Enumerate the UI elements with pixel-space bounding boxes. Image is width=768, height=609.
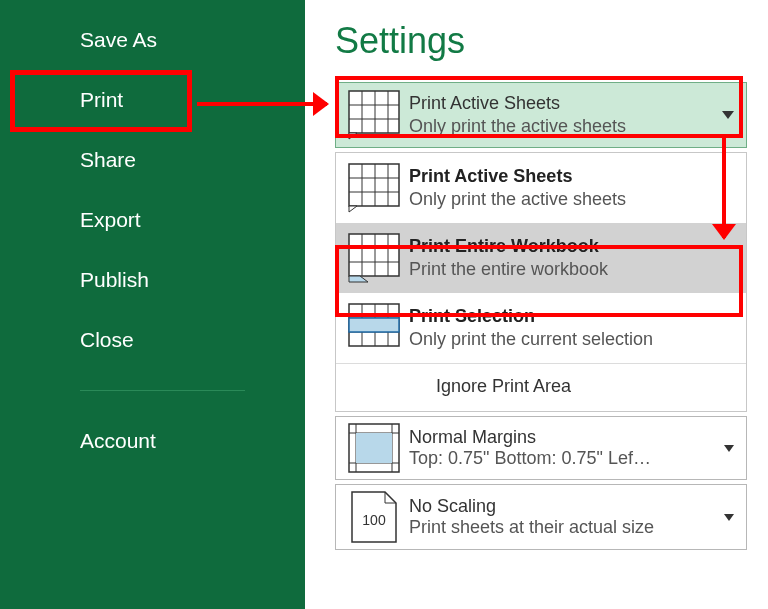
annotation-arrow	[197, 102, 327, 106]
option-desc: Only print the active sheets	[409, 189, 738, 210]
option-title: Ignore Print Area	[436, 376, 571, 397]
print-what-options: Print Active Sheets Only print the activ…	[335, 152, 747, 412]
sidebar-item-label: Print	[80, 88, 123, 111]
margins-desc: Top: 0.75" Bottom: 0.75" Lef…	[409, 448, 724, 469]
print-what-dropdown[interactable]: Print Active Sheets Only print the activ…	[335, 82, 747, 148]
sidebar-divider	[80, 390, 245, 391]
svg-rect-0	[349, 91, 399, 133]
sidebar-item-export[interactable]: Export	[0, 190, 305, 250]
settings-panel: Settings Print Active Sheets Only print …	[305, 0, 768, 609]
svg-marker-6	[349, 133, 357, 139]
sidebar-item-share[interactable]: Share	[0, 130, 305, 190]
margins-dropdown[interactable]: Normal Margins Top: 0.75" Bottom: 0.75" …	[335, 416, 747, 480]
option-active-sheets[interactable]: Print Active Sheets Only print the activ…	[336, 153, 746, 223]
selected-title: Print Active Sheets	[409, 93, 738, 114]
scaling-desc: Print sheets at their actual size	[409, 517, 724, 538]
option-desc: Print the entire workbook	[409, 259, 738, 280]
option-desc: Only print the current selection	[409, 329, 738, 350]
workbook-icon	[344, 233, 404, 283]
sidebar-item-account[interactable]: Account	[0, 411, 305, 471]
sheets-icon	[344, 163, 404, 213]
svg-text:100: 100	[362, 512, 386, 528]
sidebar-item-print[interactable]: Print	[0, 70, 305, 130]
backstage-sidebar: Save As Print Share Export Publish Close…	[0, 0, 305, 609]
selection-icon	[344, 303, 404, 353]
option-entire-workbook[interactable]: Print Entire Workbook Print the entire w…	[336, 223, 746, 293]
sidebar-item-label: Share	[80, 148, 136, 171]
option-title: Print Selection	[409, 306, 738, 327]
annotation-arrow	[722, 138, 726, 238]
selected-desc: Only print the active sheets	[409, 116, 738, 137]
sidebar-item-save-as[interactable]: Save As	[0, 10, 305, 70]
svg-rect-7	[349, 164, 399, 206]
svg-rect-14	[349, 234, 399, 276]
sheets-icon	[344, 90, 404, 140]
option-title: Print Entire Workbook	[409, 236, 738, 257]
sidebar-item-publish[interactable]: Publish	[0, 250, 305, 310]
settings-title: Settings	[335, 20, 768, 62]
svg-rect-27	[349, 318, 399, 332]
dropdown-caret-icon	[722, 111, 734, 119]
sidebar-item-label: Close	[80, 328, 134, 351]
scaling-dropdown[interactable]: 100 No Scaling Print sheets at their act…	[335, 484, 747, 550]
sidebar-item-label: Export	[80, 208, 141, 231]
svg-marker-20	[349, 276, 368, 282]
option-selection[interactable]: Print Selection Only print the current s…	[336, 293, 746, 363]
scaling-title: No Scaling	[409, 496, 724, 517]
dropdown-caret-icon	[724, 445, 734, 452]
dropdown-caret-icon	[724, 514, 734, 521]
scaling-icon: 100	[344, 491, 404, 543]
option-ignore-print-area[interactable]: Ignore Print Area	[336, 364, 746, 411]
option-title: Print Active Sheets	[409, 166, 738, 187]
margins-title: Normal Margins	[409, 427, 724, 448]
sidebar-item-label: Publish	[80, 268, 149, 291]
svg-rect-33	[356, 433, 392, 463]
margins-icon	[344, 423, 404, 473]
sidebar-item-label: Account	[80, 429, 156, 452]
sidebar-item-close[interactable]: Close	[0, 310, 305, 370]
sidebar-item-label: Save As	[80, 28, 157, 51]
svg-marker-13	[349, 206, 357, 212]
